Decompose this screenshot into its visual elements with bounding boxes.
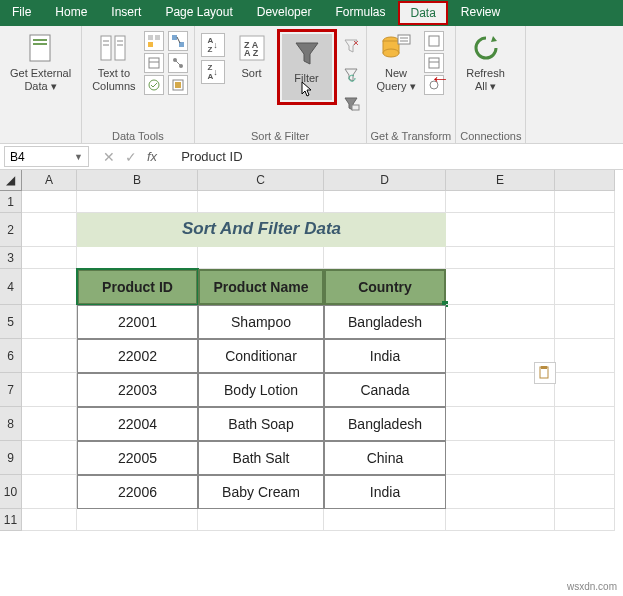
table-cell[interactable]: Baby Cream bbox=[198, 475, 324, 509]
table-cell[interactable]: Conditionar bbox=[198, 339, 324, 373]
cell[interactable] bbox=[22, 305, 77, 339]
tab-insert[interactable]: Insert bbox=[99, 0, 153, 26]
show-queries-button[interactable] bbox=[424, 31, 444, 51]
row-head-6[interactable]: 6 bbox=[0, 339, 22, 373]
tab-formulas[interactable]: Formulas bbox=[323, 0, 397, 26]
row-head-3[interactable]: 3 bbox=[0, 247, 22, 269]
cell[interactable] bbox=[555, 191, 615, 213]
col-head-b[interactable]: B bbox=[77, 170, 198, 191]
cell[interactable] bbox=[555, 373, 615, 407]
cell[interactable] bbox=[22, 191, 77, 213]
col-head-d[interactable]: D bbox=[324, 170, 446, 191]
header-productid[interactable]: Product ID bbox=[77, 269, 198, 305]
formula-value[interactable]: Product ID bbox=[167, 149, 242, 164]
cell[interactable] bbox=[555, 475, 615, 509]
cell[interactable] bbox=[22, 339, 77, 373]
col-head-e[interactable]: E bbox=[446, 170, 555, 191]
table-cell[interactable]: India bbox=[324, 475, 446, 509]
cell[interactable] bbox=[324, 247, 446, 269]
cell[interactable] bbox=[555, 213, 615, 247]
manage-model-button[interactable] bbox=[168, 75, 188, 95]
row-head-5[interactable]: 5 bbox=[0, 305, 22, 339]
table-cell[interactable]: 22002 bbox=[77, 339, 198, 373]
sort-az-button[interactable]: AZ↓ bbox=[201, 33, 225, 57]
cell[interactable] bbox=[555, 407, 615, 441]
cell[interactable] bbox=[198, 509, 324, 531]
tab-data[interactable]: Data bbox=[398, 1, 447, 25]
cell[interactable] bbox=[324, 509, 446, 531]
refresh-all-button[interactable]: Refresh All ▾ bbox=[460, 29, 511, 96]
cell[interactable] bbox=[446, 305, 555, 339]
cell[interactable] bbox=[22, 269, 77, 305]
tab-home[interactable]: Home bbox=[43, 0, 99, 26]
spreadsheet-grid[interactable]: ◢ A B C D E 1 2 Sort And Filter Data 3 4… bbox=[0, 170, 623, 531]
cell[interactable] bbox=[22, 475, 77, 509]
advanced-filter-button[interactable] bbox=[340, 91, 362, 117]
cell[interactable] bbox=[555, 441, 615, 475]
cell[interactable] bbox=[324, 191, 446, 213]
get-external-data-button[interactable]: Get External Data ▾ bbox=[4, 29, 77, 96]
select-all-corner[interactable]: ◢ bbox=[0, 170, 22, 191]
col-head-c[interactable]: C bbox=[198, 170, 324, 191]
cell[interactable] bbox=[22, 441, 77, 475]
cell[interactable] bbox=[446, 191, 555, 213]
row-head-8[interactable]: 8 bbox=[0, 407, 22, 441]
name-box[interactable]: B4 ▼ bbox=[4, 146, 89, 167]
col-head-f[interactable] bbox=[555, 170, 615, 191]
table-cell[interactable]: China bbox=[324, 441, 446, 475]
tab-review[interactable]: Review bbox=[449, 0, 512, 26]
cell[interactable] bbox=[555, 305, 615, 339]
cell[interactable] bbox=[77, 191, 198, 213]
tab-pagelayout[interactable]: Page Layout bbox=[153, 0, 244, 26]
cell[interactable] bbox=[77, 247, 198, 269]
row-head-10[interactable]: 10 bbox=[0, 475, 22, 509]
fx-icon[interactable]: fx bbox=[147, 149, 157, 164]
table-cell[interactable]: 22005 bbox=[77, 441, 198, 475]
cell[interactable] bbox=[22, 407, 77, 441]
table-cell[interactable]: Bath Soap bbox=[198, 407, 324, 441]
table-cell[interactable]: Bath Salt bbox=[198, 441, 324, 475]
table-cell[interactable]: Bangladesh bbox=[324, 407, 446, 441]
text-to-columns-button[interactable]: Text to Columns bbox=[86, 29, 141, 96]
header-productname[interactable]: Product Name bbox=[198, 269, 324, 305]
col-head-a[interactable]: A bbox=[22, 170, 77, 191]
remove-dup-button[interactable] bbox=[144, 53, 164, 73]
sort-za-button[interactable]: ZA↓ bbox=[201, 60, 225, 84]
reapply-filter-button[interactable] bbox=[340, 62, 362, 88]
cell[interactable] bbox=[22, 373, 77, 407]
relationships-button[interactable] bbox=[168, 53, 188, 73]
data-validation-button[interactable] bbox=[144, 75, 164, 95]
row-head-7[interactable]: 7 bbox=[0, 373, 22, 407]
cell[interactable] bbox=[198, 191, 324, 213]
cell[interactable] bbox=[555, 269, 615, 305]
cell[interactable] bbox=[555, 247, 615, 269]
flash-fill-button[interactable] bbox=[144, 31, 164, 51]
table-cell[interactable]: 22006 bbox=[77, 475, 198, 509]
row-head-9[interactable]: 9 bbox=[0, 441, 22, 475]
cell[interactable] bbox=[22, 213, 77, 247]
consolidate-button[interactable] bbox=[168, 31, 188, 51]
cell[interactable] bbox=[446, 269, 555, 305]
name-box-dropdown-icon[interactable]: ▼ bbox=[74, 152, 83, 162]
sort-button[interactable]: Z AA Z Sort bbox=[227, 29, 277, 83]
table-cell[interactable]: Shampoo bbox=[198, 305, 324, 339]
tab-developer[interactable]: Developer bbox=[245, 0, 324, 26]
cell[interactable] bbox=[198, 247, 324, 269]
cell[interactable] bbox=[555, 509, 615, 531]
cell[interactable] bbox=[446, 407, 555, 441]
table-cell[interactable]: Body Lotion bbox=[198, 373, 324, 407]
cell[interactable] bbox=[77, 509, 198, 531]
row-head-2[interactable]: 2 bbox=[0, 213, 22, 247]
table-cell[interactable]: 22004 bbox=[77, 407, 198, 441]
cell[interactable] bbox=[446, 213, 555, 247]
header-country[interactable]: Country bbox=[324, 269, 446, 305]
table-cell[interactable]: 22003 bbox=[77, 373, 198, 407]
cell[interactable] bbox=[446, 475, 555, 509]
row-head-4[interactable]: 4 bbox=[0, 269, 22, 305]
cell[interactable] bbox=[446, 247, 555, 269]
tab-file[interactable]: File bbox=[0, 0, 43, 26]
row-head-1[interactable]: 1 bbox=[0, 191, 22, 213]
cell[interactable] bbox=[446, 441, 555, 475]
clear-filter-button[interactable] bbox=[340, 33, 362, 59]
table-cell[interactable]: Bangladesh bbox=[324, 305, 446, 339]
